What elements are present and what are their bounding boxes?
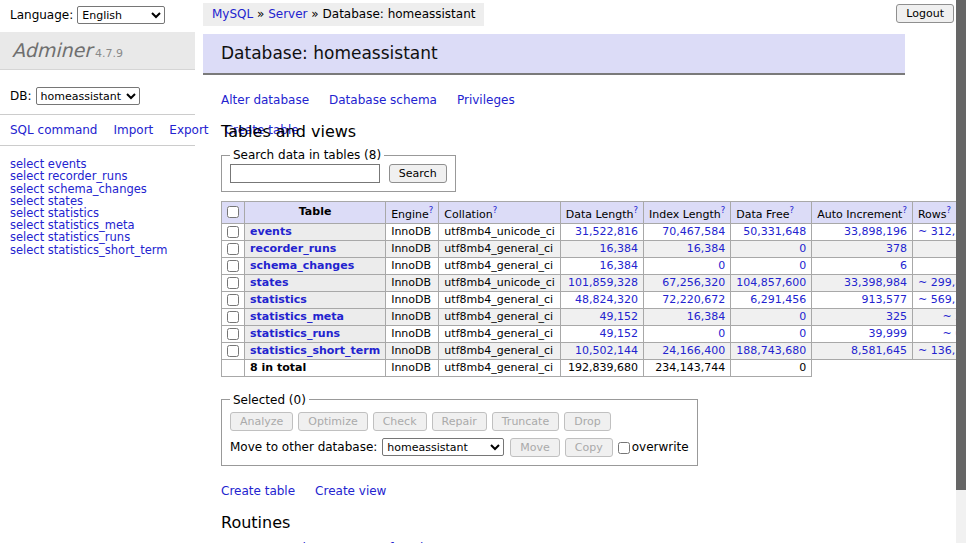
row-checkbox[interactable] <box>227 226 239 238</box>
optimize-button[interactable]: Optimize <box>298 412 367 431</box>
cell-index-length: 70,467,584 <box>644 223 731 240</box>
privileges-link[interactable]: Privileges <box>457 93 515 107</box>
total-name-cell: 8 in total <box>245 359 386 376</box>
scrollbar-thumb[interactable] <box>956 0 966 490</box>
cell-index-length: 0 <box>644 257 731 274</box>
cell-collation: utf8mb4_unicode_ci <box>439 223 560 240</box>
table-name-link[interactable]: statistics <box>250 293 307 306</box>
column-header-index-length: Index Length? <box>644 202 731 224</box>
table-name-link[interactable]: recorder_runs <box>250 242 336 255</box>
table-name-link[interactable]: statistics_short_term <box>250 344 380 357</box>
cell-collation: utf8mb4_general_ci <box>439 325 560 342</box>
cell-auto-increment: 33,398,984 <box>812 274 913 291</box>
overwrite-checkbox[interactable] <box>618 442 630 454</box>
breadcrumb-item[interactable]: Server <box>268 7 307 21</box>
alter-database-link[interactable]: Alter database <box>221 93 309 107</box>
table-name-link[interactable]: states <box>250 276 289 289</box>
table-row: schema_changesInnoDButf8mb4_general_ci16… <box>222 257 966 274</box>
cell-data-length: 49,152 <box>560 308 643 325</box>
overwrite-label-wrap: overwrite <box>618 440 689 454</box>
row-checkbox-cell <box>222 291 245 308</box>
help-icon[interactable]: ? <box>789 205 794 215</box>
adminer-home-link[interactable]: Adminer <box>12 39 92 61</box>
breadcrumb-item: Database: homeassistant <box>323 7 476 21</box>
table-name-link[interactable]: schema_changes <box>250 259 354 272</box>
breadcrumb-separator: » <box>308 7 323 21</box>
row-checkbox-cell <box>222 274 245 291</box>
vertical-scrollbar[interactable] <box>956 0 966 543</box>
column-header-auto-increment: Auto Increment? <box>812 202 913 224</box>
breadcrumb: MySQL » Server » Database: homeassistant <box>203 3 484 26</box>
move-label: Move to other database: <box>230 440 377 454</box>
cell-auto-increment: 39,999 <box>812 325 913 342</box>
select-statistics_short_term-link[interactable]: select statistics_short_term <box>10 243 167 257</box>
move-row: Move to other database: homeassistant Mo… <box>230 438 689 457</box>
breadcrumb-separator: » <box>253 7 268 21</box>
table-name-cell: statistics <box>245 291 386 308</box>
column-header-table: Table <box>245 202 386 224</box>
help-icon[interactable]: ? <box>493 205 498 215</box>
row-checkbox-cell <box>222 257 245 274</box>
db-label: DB: <box>10 89 32 103</box>
analyze-button[interactable]: Analyze <box>230 412 293 431</box>
table-name-link[interactable]: statistics_meta <box>250 310 344 323</box>
breadcrumb-item[interactable]: MySQL <box>212 7 253 21</box>
check-button[interactable]: Check <box>373 412 427 431</box>
search-button[interactable]: Search <box>389 164 447 183</box>
row-checkbox[interactable] <box>227 345 239 357</box>
create-view-link[interactable]: Create view <box>315 484 386 498</box>
search-fieldset: Search data in tables (8) Search <box>221 148 456 192</box>
cell-data-free: 0 <box>731 257 812 274</box>
database-schema-link[interactable]: Database schema <box>329 93 437 107</box>
search-input[interactable] <box>230 164 380 183</box>
truncate-button[interactable]: Truncate <box>492 412 559 431</box>
sql-command-link[interactable]: SQL command <box>10 123 97 137</box>
cell-data-free: 0 <box>731 240 812 257</box>
db-select[interactable]: homeassistant <box>36 87 140 105</box>
select-all-header-cell <box>222 202 245 224</box>
move-button[interactable]: Move <box>510 438 560 457</box>
row-checkbox[interactable] <box>227 294 239 306</box>
column-header-collation: Collation? <box>439 202 560 224</box>
table-name-link[interactable]: events <box>250 225 292 238</box>
cell-data-free: 50,331,648 <box>731 223 812 240</box>
drop-button[interactable]: Drop <box>564 412 610 431</box>
logout-button[interactable]: Logout <box>896 4 954 23</box>
cell-data-length: 10,502,144 <box>560 342 643 359</box>
cell-data-length: 48,824,320 <box>560 291 643 308</box>
table-name-cell: statistics_runs <box>245 325 386 342</box>
cell-collation: utf8mb4_general_ci <box>439 342 560 359</box>
table-select-links: select eventsselect recorder_runsselect … <box>0 158 195 256</box>
cell-collation: utf8mb4_general_ci <box>439 240 560 257</box>
table-name-cell: states <box>245 274 386 291</box>
table-name-link[interactable]: statistics_runs <box>250 327 340 340</box>
cell-data-length: 49,152 <box>560 325 643 342</box>
cell-index-length: 67,256,320 <box>644 274 731 291</box>
help-icon[interactable]: ? <box>947 205 952 215</box>
row-checkbox[interactable] <box>227 277 239 289</box>
import-link[interactable]: Import <box>113 123 153 137</box>
table-name-cell: events <box>245 223 386 240</box>
help-icon[interactable]: ? <box>634 205 639 215</box>
row-checkbox[interactable] <box>227 311 239 323</box>
create-table-link[interactable]: Create table <box>221 484 295 498</box>
table-row: statisticsInnoDButf8mb4_general_ci48,824… <box>222 291 966 308</box>
cell-data-length: 16,384 <box>560 240 643 257</box>
move-db-select[interactable]: homeassistant <box>382 438 504 456</box>
help-icon[interactable]: ? <box>902 205 907 215</box>
repair-button[interactable]: Repair <box>432 412 487 431</box>
copy-button[interactable]: Copy <box>565 438 613 457</box>
total-checkbox-cell <box>222 359 245 376</box>
help-icon[interactable]: ? <box>429 205 434 215</box>
select-all-checkbox[interactable] <box>227 206 239 218</box>
cell-collation: utf8mb4_general_ci <box>439 308 560 325</box>
cell-collation: utf8mb4_general_ci <box>439 291 560 308</box>
row-checkbox[interactable] <box>227 243 239 255</box>
help-icon[interactable]: ? <box>721 205 726 215</box>
cell-auto-increment: 8,581,645 <box>812 342 913 359</box>
table-row: eventsInnoDButf8mb4_unicode_ci31,522,816… <box>222 223 966 240</box>
row-checkbox[interactable] <box>227 260 239 272</box>
cell-data-length: 31,522,816 <box>560 223 643 240</box>
row-checkbox[interactable] <box>227 328 239 340</box>
language-select[interactable]: English <box>77 6 165 24</box>
